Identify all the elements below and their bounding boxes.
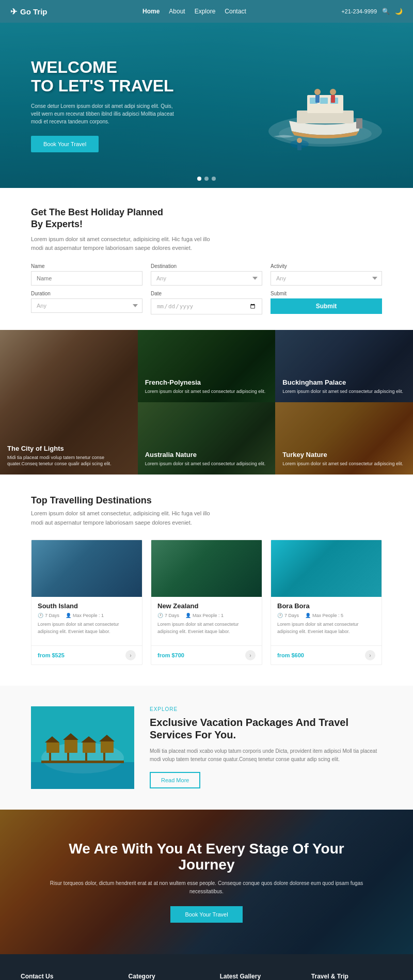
new-zealand-title: New Zealand	[157, 602, 256, 610]
moscow-content: The City of Lights Midi tia placeat modi…	[7, 445, 131, 467]
form-group-destination: Destination Any	[151, 263, 262, 286]
hero-description: Conse detur Lorem ipsum dolor sit amet a…	[31, 102, 176, 125]
footer: Contact Us 📍 California. #2841 Block, #2…	[0, 954, 413, 980]
australia-desc: Lorem ipsum dolor sit amet sed consectet…	[145, 461, 268, 467]
top-travel-section: Top Travelling Destinations Lorem ipsum …	[0, 475, 413, 686]
new-zealand-days: 🕐 7 Days	[157, 613, 179, 618]
destination-label: Destination	[151, 263, 262, 269]
footer-contact-title: Contact Us	[21, 973, 118, 980]
nav-home[interactable]: Home	[142, 8, 160, 15]
top-travel-description: Lorem ipsum dolor sit amet consectetur, …	[31, 509, 217, 527]
form-group-name: Name	[31, 263, 142, 286]
bora-bora-title: Bora Bora	[277, 602, 375, 610]
form-group-submit: Submit Submit	[271, 291, 382, 314]
new-zealand-meta: 🕐 7 Days 👤 Max People : 1	[157, 613, 256, 618]
phone-number: +21-234-9999	[341, 8, 377, 14]
footer-contact-col: Contact Us 📍 California. #2841 Block, #2…	[21, 973, 118, 980]
dot-1[interactable]	[197, 177, 201, 181]
footer-gallery-title: Latest Gallery	[220, 973, 301, 980]
explore-image	[31, 706, 134, 789]
people-icon-2: 👤	[185, 613, 191, 618]
buckingham-title: Buckingham Palace	[282, 378, 406, 386]
south-island-price: from $525	[38, 652, 65, 658]
moon-icon[interactable]: 🌙	[395, 8, 403, 15]
search-icon[interactable]: 🔍	[382, 8, 390, 15]
turkey-content: Turkey Nature Lorem ipsum dolor sit amet…	[282, 451, 406, 467]
date-label: Date	[151, 291, 262, 296]
date-input[interactable]	[151, 298, 262, 314]
svg-rect-7	[356, 118, 362, 129]
duration-select[interactable]: Any	[31, 298, 142, 313]
svg-rect-9	[315, 95, 320, 103]
clock-icon-3: 🕐	[277, 613, 283, 618]
svg-point-8	[314, 89, 321, 95]
svg-rect-17	[46, 742, 59, 753]
new-zealand-body: New Zealand 🕐 7 Days 👤 Max People : 1 Lo…	[151, 597, 262, 645]
destination-australia[interactable]: Australia Nature Lorem ipsum dolor sit a…	[138, 402, 276, 475]
south-island-body: South Island 🕐 7 Days 👤 Max People : 1 L…	[31, 597, 142, 645]
nav-links: Home About Explore Contact	[142, 8, 246, 15]
south-island-arrow[interactable]: ›	[125, 650, 136, 660]
submit-button[interactable]: Submit	[271, 298, 382, 314]
australia-title: Australia Nature	[145, 451, 268, 459]
people-icon: 👤	[66, 613, 71, 618]
card-south-island: South Island 🕐 7 Days 👤 Max People : 1 L…	[31, 540, 142, 665]
nav-explore[interactable]: Explore	[195, 8, 216, 15]
svg-rect-19	[65, 740, 77, 753]
activity-select[interactable]: Any	[271, 271, 382, 286]
footer-category-col: Category Event Travel Holiday Trip Group…	[129, 973, 210, 980]
destination-moscow[interactable]: The City of Lights Midi tia placeat modi…	[0, 330, 138, 475]
journey-cta-button[interactable]: Book Your Travel	[170, 906, 242, 923]
nav-about[interactable]: About	[169, 8, 185, 15]
clock-icon: 🕐	[38, 613, 43, 618]
form-group-activity: Activity Any	[271, 263, 382, 286]
polynesia-content: French-Polynesia Lorem ipsum dolor sit a…	[145, 378, 268, 395]
footer-travel-title: Travel & Trip	[311, 973, 392, 980]
journey-section: We Are With You At Every Stage Of Your J…	[0, 810, 413, 954]
bora-bora-arrow[interactable]: ›	[365, 650, 375, 660]
destination-select[interactable]: Any	[151, 271, 262, 286]
hero-title: WELCOME TO LET'S TRAVEL	[31, 58, 176, 94]
new-zealand-arrow[interactable]: ›	[245, 650, 256, 660]
buckingham-desc: Lorem ipsum dolor sit amet sed consectet…	[282, 388, 406, 395]
planning-description: Lorem ipsum dolor sit amet consectetur, …	[31, 235, 217, 253]
clock-icon-2: 🕐	[157, 613, 163, 618]
south-island-desc: Lorem ipsum dolor sit amet consectetur a…	[38, 621, 136, 635]
turkey-desc: Lorem ipsum dolor sit amet sed consectet…	[282, 461, 406, 467]
brand[interactable]: ✈ Go Trip	[10, 7, 47, 17]
bora-bora-price: from $600	[277, 652, 304, 658]
bora-bora-meta: 🕐 7 Days 👤 Max People : 5	[277, 613, 375, 618]
explore-title: Exclusive Vacation Packages And Travel S…	[150, 716, 382, 741]
hero-cta-button[interactable]: Book Your Travel	[31, 136, 99, 152]
australia-content: Australia Nature Lorem ipsum dolor sit a…	[145, 451, 268, 467]
hero-image	[258, 49, 392, 162]
journey-content: We Are With You At Every Stage Of Your J…	[0, 841, 413, 923]
name-input[interactable]	[31, 271, 142, 286]
new-zealand-people: 👤 Max People : 1	[185, 613, 224, 618]
planning-form-row1: Name Destination Any Activity Any	[31, 263, 382, 286]
destination-turkey[interactable]: Turkey Nature Lorem ipsum dolor sit amet…	[275, 402, 413, 475]
svg-rect-5	[320, 98, 328, 104]
form-group-date: Date	[151, 291, 262, 314]
south-island-people: 👤 Max People : 1	[66, 613, 104, 618]
new-zealand-footer: from $700 ›	[151, 645, 262, 665]
nav-contact[interactable]: Contact	[225, 8, 246, 15]
planning-title: Get The Best Holiday Planned By Experts!	[31, 207, 176, 231]
planning-section: Get The Best Holiday Planned By Experts!…	[0, 188, 413, 330]
bora-bora-footer: from $600 ›	[271, 645, 382, 665]
plane-icon: ✈	[10, 7, 17, 17]
journey-description: Risur torqueos dolor, dictum hendrerit e…	[41, 879, 372, 896]
explore-read-more-button[interactable]: Read More	[150, 772, 200, 788]
new-zealand-desc: Lorem ipsum dolor sit amet consectetur a…	[157, 621, 256, 635]
dot-3[interactable]	[212, 177, 216, 181]
svg-rect-11	[331, 95, 335, 103]
bora-bora-people: 👤 Max People : 5	[305, 613, 343, 618]
dot-2[interactable]	[204, 177, 209, 181]
bora-bora-desc: Lorem ipsum dolor sit amet consectetur a…	[277, 621, 375, 635]
people-icon-3: 👤	[305, 613, 311, 618]
destination-buckingham[interactable]: Buckingham Palace Lorem ipsum dolor sit …	[275, 330, 413, 402]
destination-polynesia[interactable]: French-Polynesia Lorem ipsum dolor sit a…	[138, 330, 276, 402]
buckingham-content: Buckingham Palace Lorem ipsum dolor sit …	[282, 378, 406, 395]
polynesia-desc: Lorem ipsum dolor sit amet sed consectet…	[145, 388, 268, 395]
explore-description: Molli tia placeat modi xcabo volup tatum…	[150, 747, 382, 764]
